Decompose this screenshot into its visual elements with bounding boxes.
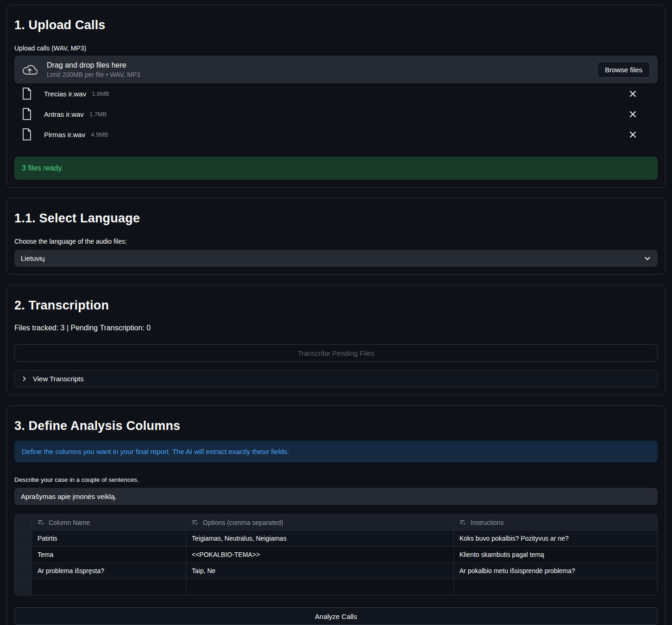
- analysis-columns-section: 3. Define Analysis Columns Define the co…: [6, 405, 666, 625]
- transcription-title: 2. Transcription: [14, 298, 658, 313]
- table-row: Tema <<POKALBIO-TEMA>> Kliento skambutis…: [15, 546, 657, 562]
- table-cell[interactable]: <<POKALBIO-TEMA>>: [186, 547, 454, 562]
- file-icon: [22, 107, 38, 120]
- close-icon: [629, 90, 636, 97]
- table-cell[interactable]: Tema: [32, 547, 186, 562]
- table-empty-row: [15, 579, 657, 595]
- transcribe-pending-button[interactable]: Transcribe Pending Files: [14, 344, 658, 362]
- row-gutter[interactable]: [15, 563, 32, 579]
- file-name: Pirmas ir.wav: [44, 131, 85, 139]
- select-language-title: 1.1. Select Language: [14, 211, 658, 226]
- files-ready-alert: 3 files ready.: [14, 157, 658, 180]
- table-cell[interactable]: Teigiamas, Neutralus, Neigiamas: [186, 530, 454, 546]
- column-header-label: Instructions: [471, 519, 504, 526]
- language-select-label: Choose the language of the audio files:: [14, 238, 658, 245]
- close-icon: [629, 131, 636, 138]
- row-gutter[interactable]: [15, 579, 32, 595]
- table-cell[interactable]: [454, 579, 657, 595]
- analysis-columns-title: 3. Define Analysis Columns: [14, 419, 658, 433]
- column-header[interactable]: Options (comma separated): [186, 515, 454, 530]
- uploaded-file-row: Trecias ir.wav 1.8MB: [14, 83, 658, 104]
- table-header-row: Column Name Options (comma separated): [15, 515, 657, 530]
- text-column-icon: [192, 519, 199, 526]
- row-gutter[interactable]: [15, 530, 32, 546]
- table-cell[interactable]: Ar pokalbio metu išsisprendė problema?: [454, 563, 657, 579]
- remove-file-button[interactable]: [626, 107, 639, 120]
- file-name: Antras ir.wav: [44, 110, 84, 118]
- chevron-right-icon: [21, 376, 27, 382]
- app-page: 1. Upload Calls Upload calls (WAV, MP3) …: [0, 0, 672, 625]
- table-cell[interactable]: [32, 579, 186, 595]
- upload-calls-title: 1. Upload Calls: [14, 18, 658, 32]
- remove-file-button[interactable]: [626, 87, 639, 100]
- file-size: 4.9MB: [91, 131, 108, 138]
- table-cell[interactable]: Patirtis: [32, 530, 186, 546]
- file-icon: [22, 87, 38, 100]
- column-header-label: Options (comma separated): [203, 519, 283, 526]
- column-header[interactable]: Instructions: [454, 515, 657, 530]
- dropzone-title: Drag and drop files here: [47, 61, 588, 69]
- select-language-section: 1.1. Select Language Choose the language…: [6, 198, 666, 275]
- table-row: Patirtis Teigiamas, Neutralus, Neigiamas…: [15, 530, 657, 546]
- language-selectbox[interactable]: Lietuvių: [14, 250, 658, 267]
- upload-calls-section: 1. Upload Calls Upload calls (WAV, MP3) …: [6, 5, 666, 188]
- case-input-label: Describe your case in a couple of senten…: [14, 476, 658, 483]
- text-column-icon: [459, 519, 466, 526]
- column-header[interactable]: Column Name: [32, 515, 186, 530]
- file-size: 1.8MB: [92, 90, 109, 97]
- column-header-label: Column Name: [49, 519, 90, 526]
- uploader-label: Upload calls (WAV, MP3): [14, 44, 658, 52]
- table-cell[interactable]: [186, 579, 454, 595]
- row-gutter[interactable]: [15, 547, 32, 562]
- file-name: Trecias ir.wav: [44, 90, 86, 98]
- uploaded-file-row: Pirmas ir.wav 4.9MB: [14, 124, 658, 145]
- file-dropzone[interactable]: Drag and drop files here Limit 200MB per…: [14, 56, 658, 83]
- chevron-down-icon: [644, 255, 651, 262]
- row-gutter: [15, 515, 32, 530]
- language-selected-value: Lietuvių: [21, 254, 45, 262]
- define-columns-info-alert: Define the columns you want in your fina…: [14, 441, 658, 462]
- table-cell[interactable]: Koks buvo pokalbis? Pozityvus ar ne?: [454, 530, 657, 546]
- dropzone-limit-text: Limit 200MB per file • WAV, MP3: [47, 71, 588, 78]
- transcription-section: 2. Transcription Files tracked: 3 | Pend…: [6, 285, 666, 395]
- cloud-upload-icon: [22, 63, 38, 76]
- case-description-input[interactable]: Aprašymas apie įmonės veiklą.: [14, 488, 658, 505]
- transcription-status-text: Files tracked: 3 | Pending Transcription…: [14, 324, 658, 332]
- remove-file-button[interactable]: [626, 128, 639, 141]
- uploaded-file-row: Antras ir.wav 1.7MB: [14, 104, 658, 124]
- browse-files-button[interactable]: Browse files: [597, 62, 650, 78]
- file-size: 1.7MB: [89, 111, 107, 118]
- expander-label: View Transcripts: [33, 375, 84, 383]
- dropzone-texts: Drag and drop files here Limit 200MB per…: [47, 61, 588, 78]
- table-cell[interactable]: Kliento skambutis pagal temą: [454, 547, 657, 562]
- close-icon: [629, 111, 636, 118]
- view-transcripts-expander[interactable]: View Transcripts: [14, 370, 658, 387]
- table-cell[interactable]: Taip, Ne: [186, 563, 454, 579]
- table-row: Ar problema išspręsta? Taip, Ne Ar pokal…: [15, 562, 657, 579]
- text-column-icon: [38, 519, 44, 526]
- case-input-value: Aprašymas apie įmonės veiklą.: [21, 492, 117, 500]
- table-cell[interactable]: Ar problema išspręsta?: [32, 563, 186, 579]
- file-icon: [22, 128, 38, 141]
- analysis-columns-table: Column Name Options (comma separated): [14, 514, 658, 595]
- analyze-calls-button[interactable]: Analyze Calls: [14, 607, 658, 625]
